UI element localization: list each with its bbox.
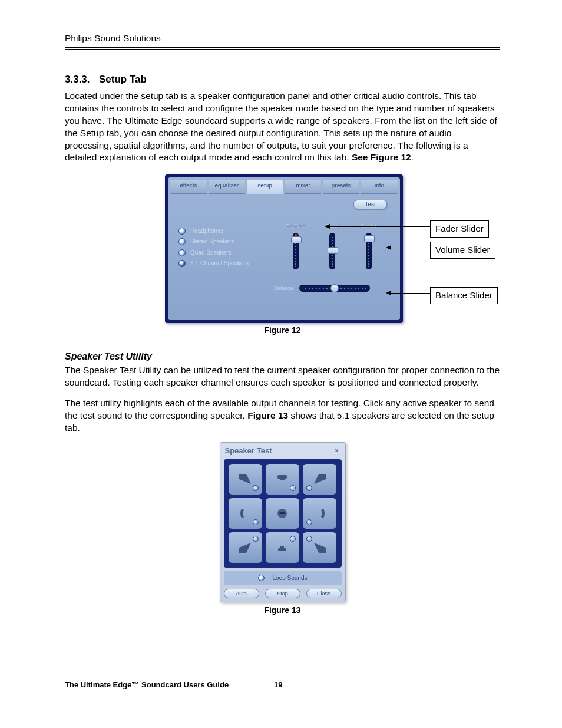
speaker-center[interactable] (266, 464, 299, 495)
balance-slider[interactable] (299, 285, 370, 292)
speaker-icon (275, 541, 289, 555)
stop-button[interactable]: Stop (265, 589, 300, 598)
svg-rect-7 (278, 548, 286, 551)
close-icon[interactable]: × (333, 447, 340, 454)
svg-marker-0 (239, 474, 251, 484)
svg-rect-8 (280, 546, 284, 548)
page-footer: The Ultimate Edge™ Soundcard Users Guide… (65, 677, 500, 690)
callout-balance: Balance Slider (430, 287, 498, 304)
speaker-icon (313, 472, 327, 486)
speaker-grid (224, 459, 342, 568)
callout-line (391, 293, 430, 294)
callout-line (391, 248, 430, 248)
radio-icon (258, 575, 265, 581)
head-icon (275, 506, 289, 521)
speaker-option-quad[interactable]: Quad Speakers (178, 249, 249, 257)
speaker-side-right[interactable] (303, 498, 336, 529)
speaker-test-paragraph-2: The test utility highlights each of the … (65, 397, 500, 434)
preamp-label: PreAmp (286, 222, 306, 229)
figure-13-window: Speaker Test × Loop Sounds Auto Stop Clo… (220, 442, 346, 602)
footer-title: The Ultimate Edge™ Soundcard Users Guide (65, 680, 229, 689)
speaker-option-51[interactable]: 5.1 Channel Speakers (178, 259, 249, 268)
speaker-icon (238, 506, 252, 521)
preamp-slider[interactable] (293, 233, 299, 269)
intro-paragraph: Located under the setup tab is a speaker… (65, 90, 500, 164)
page-header: Philips Sound Solutions (65, 32, 500, 50)
section-heading: 3.3.3.Setup Tab (65, 73, 500, 87)
speaker-icon (313, 541, 327, 555)
loop-sounds-label: Loop Sounds (273, 574, 308, 582)
subsection-heading: Speaker Test Utility (65, 350, 500, 363)
tab-mixer[interactable]: mixer (285, 180, 321, 194)
speaker-test-paragraph-1: The Speaker Test Utility can be utilized… (65, 364, 500, 389)
figure-12: effects equalizer setup mixer presets in… (165, 174, 507, 323)
svg-rect-1 (277, 475, 287, 479)
fader-slider[interactable] (329, 233, 335, 269)
svg-marker-6 (239, 543, 251, 553)
test-button[interactable]: Test (353, 200, 387, 209)
speaker-front-left[interactable] (229, 464, 262, 495)
section-title-text: Setup Tab (99, 74, 147, 85)
speaker-rear-right[interactable] (303, 532, 336, 563)
tab-presets[interactable]: presets (323, 180, 359, 194)
radio-icon (178, 238, 186, 245)
speaker-icon (275, 472, 289, 486)
center-slider[interactable] (366, 233, 372, 269)
tab-bar: effects equalizer setup mixer presets in… (168, 177, 400, 194)
arrow-icon (386, 291, 391, 295)
tab-effects[interactable]: effects (170, 180, 207, 194)
svg-rect-5 (279, 512, 285, 514)
speaker-radio-list: Headphones Stereo Speakers Quad Speakers… (178, 227, 249, 271)
speaker-icon (238, 541, 252, 555)
speaker-test-buttons: Auto Stop Close (220, 589, 345, 602)
auto-button[interactable]: Auto (224, 589, 259, 598)
page-number: 19 (274, 680, 282, 690)
speaker-side-left[interactable] (229, 498, 262, 529)
callout-volume: Volume Slider (430, 242, 495, 258)
section-number: 3.3.3. (65, 73, 99, 87)
speaker-rear-left[interactable] (229, 532, 262, 563)
speaker-icon (313, 506, 327, 521)
svg-marker-9 (314, 543, 326, 553)
callout-fader: Fader Slider (430, 220, 489, 237)
speaker-option-headphones[interactable]: Headphones (178, 227, 249, 235)
radio-icon (178, 228, 186, 235)
svg-rect-2 (280, 479, 285, 480)
listener-icon (266, 498, 299, 529)
arrow-icon (386, 245, 391, 250)
center-label: Center (361, 222, 376, 229)
speaker-option-stereo[interactable]: Stereo Speakers (178, 238, 249, 246)
radio-icon (178, 249, 186, 256)
balance-row: Balance (274, 285, 370, 292)
tab-setup[interactable]: setup (247, 180, 283, 194)
speaker-test-title: Speaker Test (225, 446, 272, 456)
loop-sounds-row[interactable]: Loop Sounds (224, 571, 342, 585)
speaker-front-right[interactable] (303, 464, 336, 495)
figure-12-caption: Figure 12 (65, 325, 500, 336)
arrow-icon (325, 224, 330, 229)
slider-group: PreAmp Fader Center LFE (286, 222, 400, 269)
speaker-test-titlebar: Speaker Test × (220, 443, 345, 458)
tab-info[interactable]: info (361, 180, 398, 194)
svg-marker-3 (314, 474, 326, 484)
setup-panel: effects equalizer setup mixer presets in… (165, 174, 403, 323)
callout-line (330, 226, 430, 227)
figure-13-caption: Figure 13 (65, 605, 500, 616)
balance-label: Balance (274, 285, 293, 292)
radio-icon (178, 260, 186, 267)
speaker-subwoofer[interactable] (266, 532, 299, 563)
close-button[interactable]: Close (306, 589, 342, 598)
speaker-icon (238, 472, 252, 486)
tab-equalizer[interactable]: equalizer (209, 180, 245, 194)
